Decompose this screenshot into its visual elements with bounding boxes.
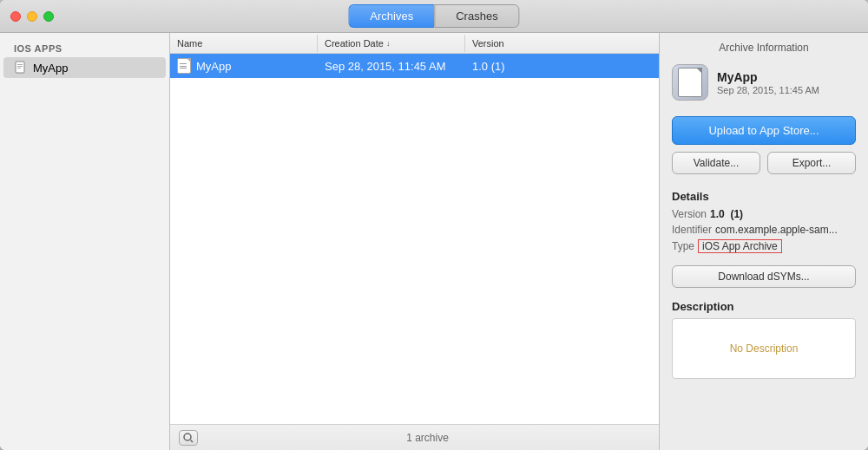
- footer-status: 1 archive: [205, 432, 650, 444]
- titlebar: Archives Crashes: [0, 0, 868, 33]
- table-row[interactable]: MyApp Sep 28, 2015, 11:45 AM 1.0 (1): [170, 54, 659, 78]
- col-header-date[interactable]: Creation Date ↓: [318, 35, 465, 52]
- tab-archives[interactable]: Archives: [348, 4, 434, 28]
- svg-line-5: [191, 440, 194, 442]
- app-icon: [14, 61, 28, 75]
- svg-point-4: [184, 434, 191, 440]
- description-section: Description No Description: [660, 300, 868, 379]
- identifier-label: Identifier: [672, 224, 712, 236]
- minimize-button[interactable]: [27, 11, 37, 22]
- file-list-footer: 1 archive: [170, 424, 659, 450]
- tab-crashes[interactable]: Crashes: [434, 4, 519, 28]
- right-panel: Archive Information MyApp Sep 28, 2015, …: [660, 33, 868, 450]
- main-window: Archives Crashes iOS Apps MyApp: [0, 0, 868, 450]
- description-box: No Description: [672, 318, 856, 379]
- app-name-info: MyApp Sep 28, 2015, 11:45 AM: [717, 70, 819, 95]
- version-row: Version 1.0 (1): [672, 208, 856, 220]
- traffic-lights: [10, 11, 54, 22]
- export-button[interactable]: Export...: [767, 152, 856, 174]
- col-header-name[interactable]: Name: [170, 35, 318, 52]
- app-date-label: Sep 28, 2015, 11:45 AM: [717, 85, 819, 95]
- details-title: Details: [672, 190, 856, 203]
- close-button[interactable]: [10, 11, 21, 22]
- download-dsyms-button[interactable]: Download dSYMs...: [672, 265, 856, 288]
- type-label: Type: [672, 240, 694, 252]
- file-list: MyApp Sep 28, 2015, 11:45 AM 1.0 (1): [170, 54, 659, 424]
- footer-action-button[interactable]: [179, 430, 198, 446]
- sidebar: iOS Apps MyApp: [0, 33, 170, 450]
- type-value: iOS App Archive: [698, 239, 782, 253]
- app-name-label: MyApp: [717, 70, 819, 84]
- version-label: Version: [672, 208, 707, 220]
- svg-rect-3: [17, 68, 21, 68]
- svg-rect-0: [16, 62, 24, 73]
- tab-group: Archives Crashes: [348, 4, 519, 28]
- no-description-text: No Description: [730, 342, 799, 355]
- svg-rect-2: [17, 66, 23, 67]
- file-version-cell: 1.0 (1): [465, 56, 659, 76]
- app-doc-icon: [678, 68, 702, 97]
- validate-button[interactable]: Validate...: [672, 152, 760, 174]
- panel-app-info: MyApp Sep 28, 2015, 11:45 AM: [660, 61, 868, 113]
- file-date-cell: Sep 28, 2015, 11:45 AM: [318, 56, 465, 76]
- app-icon-large: [672, 64, 708, 101]
- description-title: Description: [672, 300, 856, 313]
- sidebar-item-label: MyApp: [33, 62, 68, 75]
- file-name-cell: MyApp: [170, 55, 318, 77]
- sidebar-section-header: iOS Apps: [0, 40, 169, 57]
- identifier-value: com.example.apple-sam...: [715, 224, 838, 236]
- panel-title: Archive Information: [660, 33, 868, 61]
- file-icon: [177, 58, 191, 74]
- file-list-container: Name Creation Date ↓ Version: [170, 33, 660, 450]
- file-list-header: Name Creation Date ↓ Version: [170, 33, 659, 54]
- col-header-version[interactable]: Version: [465, 35, 659, 52]
- svg-rect-1: [17, 64, 23, 65]
- version-value: 1.0 (1): [710, 208, 743, 220]
- btn-row: Validate... Export...: [672, 152, 856, 174]
- maximize-button[interactable]: [43, 11, 54, 22]
- details-section: Details Version 1.0 (1) Identifier com.e…: [660, 186, 868, 265]
- sidebar-item-myapp[interactable]: MyApp: [3, 57, 166, 78]
- sort-arrow-icon: ↓: [386, 39, 391, 48]
- identifier-row: Identifier com.example.apple-sam...: [672, 224, 856, 236]
- content-area: iOS Apps MyApp Name: [0, 33, 868, 450]
- upload-button[interactable]: Upload to App Store...: [672, 116, 856, 145]
- type-row: Type iOS App Archive: [672, 239, 856, 253]
